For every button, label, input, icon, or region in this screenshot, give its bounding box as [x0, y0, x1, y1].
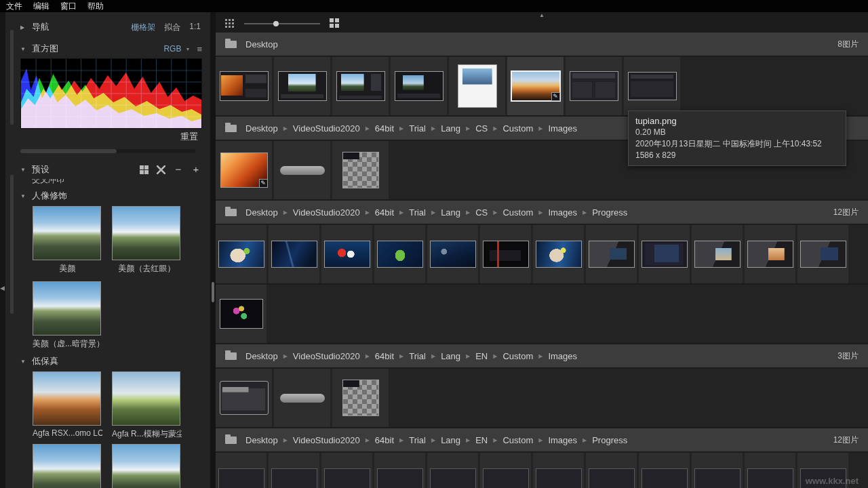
breadcrumb-item[interactable]: Lang — [441, 123, 460, 134]
thumbnail-size-slider[interactable] — [244, 19, 320, 28]
thumbnail[interactable] — [586, 453, 637, 488]
preset-item[interactable]: 美颜 — [33, 206, 102, 274]
large-thumbnails-icon[interactable] — [330, 18, 340, 28]
reset-button[interactable]: 重置 — [180, 131, 198, 143]
preset-item[interactable]: 美颜（虚...暗背景） — [33, 281, 102, 350]
thumbnail[interactable] — [745, 225, 795, 283]
breadcrumb-item[interactable]: Images — [548, 351, 577, 361]
thumbnail[interactable] — [624, 57, 680, 115]
breadcrumb-item[interactable]: VideoStudio2020 — [293, 207, 360, 218]
thumbnail[interactable] — [321, 225, 372, 283]
breadcrumb-item[interactable]: VideoStudio2020 — [293, 123, 360, 134]
thumbnail[interactable] — [745, 453, 795, 488]
panel-scrollbar[interactable] — [10, 30, 14, 125]
thumbnail[interactable] — [332, 141, 389, 199]
thumbnail[interactable] — [332, 369, 389, 427]
thumbnail[interactable] — [533, 453, 584, 488]
breadcrumb-item[interactable]: 64bit — [375, 351, 394, 361]
remove-preset-button[interactable]: − — [174, 165, 183, 174]
breadcrumb-item[interactable]: VideoStudio2020 — [293, 351, 360, 361]
thumbnail[interactable] — [269, 453, 319, 488]
breadcrumb-item[interactable]: Trial — [409, 435, 426, 445]
menu-item[interactable]: 编辑 — [30, 1, 57, 12]
breadcrumb-item[interactable]: Progress — [592, 207, 627, 218]
breadcrumb-item[interactable]: Custom — [502, 123, 533, 134]
panel-splitter[interactable] — [210, 12, 216, 488]
breadcrumb-item[interactable]: Progress — [592, 435, 627, 445]
thumbnail[interactable] — [797, 225, 848, 283]
slider-handle[interactable] — [273, 21, 279, 26]
view-mode-button[interactable]: 栅格架 — [131, 22, 155, 33]
thumbnail[interactable] — [480, 225, 531, 283]
thumbnail[interactable] — [374, 453, 425, 488]
breadcrumb-item[interactable]: EN — [475, 351, 488, 361]
thumbnail[interactable] — [639, 225, 690, 283]
breadcrumb-item[interactable]: Trial — [409, 207, 426, 218]
breadcrumb-item[interactable]: 64bit — [375, 435, 394, 445]
thumbnail[interactable] — [480, 453, 531, 488]
preset-item[interactable]: Agfa R...模糊与蒙尘 — [112, 371, 182, 440]
thumbnail[interactable] — [321, 453, 372, 488]
channel-select[interactable]: RGB — [163, 44, 181, 54]
breadcrumb-item[interactable]: CS — [475, 123, 488, 134]
thumbnail[interactable] — [692, 453, 743, 488]
preset-item[interactable]: Agfa RSX...omo LC-A — [33, 371, 102, 440]
thumbnail[interactable] — [269, 225, 319, 283]
thumbnail[interactable] — [427, 453, 478, 488]
scrollbar-thumb[interactable] — [20, 149, 117, 153]
breadcrumb-item[interactable]: Trial — [409, 351, 426, 361]
horizontal-scrollbar[interactable] — [20, 149, 195, 153]
menu-item[interactable]: 文件 — [3, 1, 30, 12]
breadcrumb-item[interactable]: VideoStudio2020 — [293, 435, 360, 445]
thumbnail[interactable] — [427, 225, 478, 283]
add-preset-button[interactable]: + — [191, 165, 201, 174]
breadcrumb-item[interactable]: Desktop — [245, 207, 278, 218]
breadcrumb-item[interactable]: Custom — [502, 435, 533, 445]
breadcrumb-item[interactable]: Desktop — [245, 123, 278, 134]
thumbnail[interactable] — [274, 57, 330, 115]
thumbnail[interactable] — [274, 141, 330, 199]
thumbnail[interactable] — [391, 57, 447, 115]
preset-item[interactable] — [33, 444, 102, 488]
preset-category-header[interactable]: ▼低保真 — [20, 354, 205, 369]
thumbnail[interactable] — [216, 369, 272, 427]
thumbnail[interactable] — [274, 369, 330, 427]
thumbnail[interactable] — [692, 225, 743, 283]
breadcrumb-item[interactable]: Desktop — [245, 351, 278, 361]
preset-category-header[interactable]: ▼人像修饰 — [20, 188, 205, 203]
panel-collapse-icon[interactable]: ◀ — [0, 285, 5, 291]
presets-section-header[interactable]: ▼ 预设 − + — [20, 161, 205, 178]
breadcrumb-item[interactable]: Trial — [409, 123, 426, 134]
scroll-up-indicator[interactable]: ▲ — [216, 12, 868, 18]
breadcrumb-item[interactable]: EN — [475, 435, 488, 445]
small-thumbnails-icon[interactable] — [225, 19, 235, 28]
breadcrumb-item[interactable]: Desktop — [245, 39, 278, 49]
preset-grid-view-icon[interactable] — [140, 165, 149, 174]
preset-item[interactable]: 美颜（去红眼） — [112, 206, 182, 274]
thumbnail[interactable] — [639, 453, 690, 488]
breadcrumb-item[interactable]: Images — [548, 123, 577, 134]
preset-item[interactable] — [112, 444, 182, 488]
thumbnail[interactable] — [216, 225, 267, 283]
thumbnail[interactable] — [586, 225, 637, 283]
breadcrumb-item[interactable]: Custom — [502, 207, 533, 218]
thumbnail[interactable] — [216, 57, 272, 115]
breadcrumb-item[interactable]: Desktop — [245, 435, 278, 445]
histogram-section-header[interactable]: ▼ 直方图 RGB ▼ ≡ — [20, 41, 205, 57]
breadcrumb-item[interactable]: 64bit — [375, 207, 394, 218]
breadcrumb-item[interactable]: CS — [475, 207, 488, 218]
thumbnail[interactable] — [216, 453, 267, 488]
histogram-menu-icon[interactable]: ≡ — [197, 44, 202, 54]
breadcrumb-item[interactable]: Images — [548, 207, 577, 218]
breadcrumb-item[interactable]: Custom — [502, 351, 533, 361]
breadcrumb-item[interactable]: Lang — [441, 351, 460, 361]
preset-collapse-icon[interactable] — [157, 165, 165, 174]
folder-header[interactable]: Desktop8图片 — [216, 33, 868, 56]
folder-header[interactable]: Desktop▶VideoStudio2020▶64bit▶Trial▶Lang… — [216, 428, 868, 451]
thumbnail[interactable] — [566, 57, 622, 115]
preset-category-partial[interactable]: ▼ 交叉冲印 — [20, 179, 205, 186]
folder-header[interactable]: Desktop▶VideoStudio2020▶64bit▶Trial▶Lang… — [216, 201, 868, 224]
breadcrumb-item[interactable]: Images — [548, 435, 577, 445]
breadcrumb-item[interactable]: Lang — [441, 435, 460, 445]
thumbnail[interactable] — [449, 57, 505, 115]
